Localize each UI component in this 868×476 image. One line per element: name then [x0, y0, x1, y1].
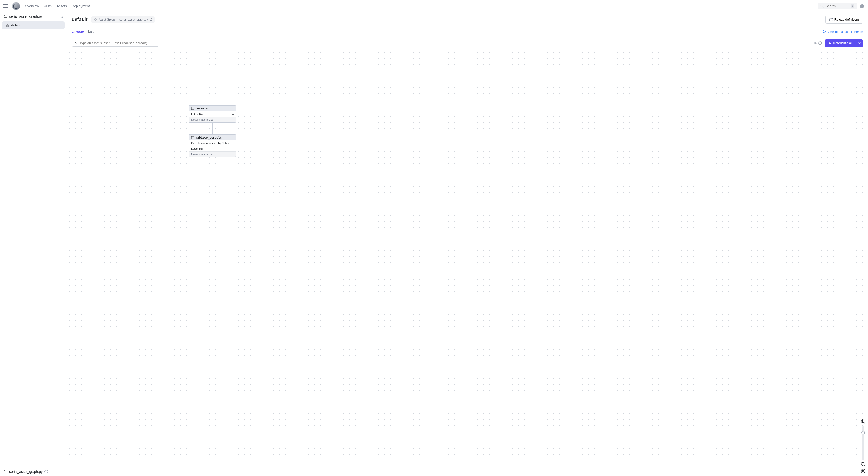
node-name: nabisco_cereals	[195, 136, 222, 139]
timestamp-value: 0:16	[811, 41, 817, 45]
latest-run-value: –	[232, 147, 234, 150]
reload-button-label: Reload definitions	[835, 18, 860, 21]
svg-rect-15	[191, 107, 194, 110]
lineage-canvas[interactable]: cereals Latest Run – Never materialized …	[67, 50, 868, 476]
nav-runs[interactable]: Runs	[44, 4, 52, 8]
reload-icon	[829, 18, 833, 21]
sidebar-group-count: 1	[61, 15, 63, 19]
sidebar-item-default[interactable]: default	[2, 21, 65, 29]
svg-point-8	[823, 30, 824, 31]
svg-point-9	[823, 32, 824, 33]
asset-icon	[191, 136, 194, 139]
main-nav: Overview Runs Assets Deployment	[25, 4, 90, 8]
content-header: default Asset Group in serial_asset_grap…	[67, 12, 868, 27]
asset-group-icon	[5, 23, 9, 27]
search-box[interactable]: /	[818, 3, 857, 9]
sidebar-footer: serial_asset_graph.py	[0, 467, 66, 476]
svg-rect-2	[6, 26, 7, 27]
menu-button[interactable]	[3, 3, 9, 9]
dagster-logo[interactable]	[12, 2, 20, 10]
svg-rect-5	[96, 18, 97, 20]
svg-line-26	[864, 465, 865, 466]
asset-node-nabisco-cereals[interactable]: nabisco_cereals Cereals manufactured by …	[189, 134, 236, 158]
tab-list[interactable]: List	[88, 27, 93, 36]
meta-prefix: Asset Group in	[99, 18, 118, 21]
page-title: default	[72, 17, 88, 22]
materialize-all-button[interactable]: Materialize all	[825, 39, 856, 47]
settings-icon[interactable]	[860, 4, 865, 8]
latest-run-label: Latest Run	[191, 147, 204, 150]
zoom-out-button[interactable]	[861, 462, 866, 467]
asset-icon	[191, 107, 194, 110]
svg-rect-0	[6, 24, 7, 25]
svg-rect-1	[7, 24, 9, 25]
filter-input[interactable]	[80, 41, 156, 45]
sidebar-group-label: serial_asset_graph.py	[9, 14, 42, 19]
nav-deployment[interactable]: Deployment	[72, 4, 90, 8]
folder-icon	[3, 470, 7, 474]
materialize-icon	[828, 41, 832, 45]
zoom-slider-thumb[interactable]	[862, 431, 865, 434]
filter-icon	[74, 41, 78, 45]
sidebar-item-label: default	[11, 23, 21, 27]
latest-run-value: –	[232, 112, 234, 115]
reload-definitions-button[interactable]: Reload definitions	[826, 15, 863, 24]
svg-rect-6	[94, 20, 95, 21]
asset-group-icon	[93, 18, 97, 22]
svg-point-10	[825, 31, 826, 32]
view-global-lineage-link[interactable]: View global asset lineage	[823, 30, 863, 33]
tabs: Lineage List	[72, 27, 93, 36]
external-link-icon	[149, 18, 152, 21]
search-icon	[820, 4, 824, 8]
asset-node-cereals[interactable]: cereals Latest Run – Never materialized	[189, 105, 236, 123]
zoom-in-button[interactable]	[861, 419, 866, 424]
search-input[interactable]	[826, 4, 849, 8]
global-lineage-label: View global asset lineage	[828, 30, 863, 33]
node-status: Never materialized	[189, 117, 236, 122]
chevron-down-icon	[858, 42, 861, 44]
meta-pill: Asset Group in serial_asset_graph.py	[91, 16, 155, 23]
folder-icon	[3, 14, 7, 19]
tab-lineage[interactable]: Lineage	[72, 27, 84, 36]
svg-rect-3	[7, 26, 9, 27]
refresh-icon[interactable]	[818, 41, 822, 45]
filter-box[interactable]	[72, 39, 159, 46]
center-view-button[interactable]	[861, 469, 866, 474]
zoom-controls	[861, 419, 866, 474]
node-description: Cereals manufactured by Nabisco	[189, 140, 236, 146]
sidebar-code-location[interactable]: serial_asset_graph.py 1	[0, 12, 66, 21]
svg-rect-18	[191, 136, 194, 139]
nav-overview[interactable]: Overview	[25, 4, 39, 8]
graph-edge	[212, 121, 213, 135]
lineage-icon	[823, 30, 826, 33]
materialize-dropdown-button[interactable]	[856, 39, 863, 47]
sidebar-footer-label: serial_asset_graph.py	[9, 470, 42, 474]
search-shortcut: /	[851, 4, 855, 8]
node-status: Never materialized	[189, 151, 236, 157]
svg-rect-7	[96, 20, 97, 21]
nav-assets[interactable]: Assets	[57, 4, 67, 8]
meta-link[interactable]: serial_asset_graph.py	[120, 18, 148, 21]
svg-line-22	[864, 422, 865, 423]
latest-run-label: Latest Run	[191, 112, 204, 115]
zoom-slider[interactable]	[862, 426, 864, 460]
materialize-label: Materialize all	[833, 41, 852, 45]
svg-rect-4	[94, 18, 95, 20]
sidebar: serial_asset_graph.py 1 default serial_a…	[0, 12, 67, 476]
svg-point-30	[863, 471, 864, 472]
reload-icon[interactable]	[44, 470, 48, 473]
timestamp: 0:16	[811, 41, 822, 45]
node-name: cereals	[195, 107, 208, 110]
